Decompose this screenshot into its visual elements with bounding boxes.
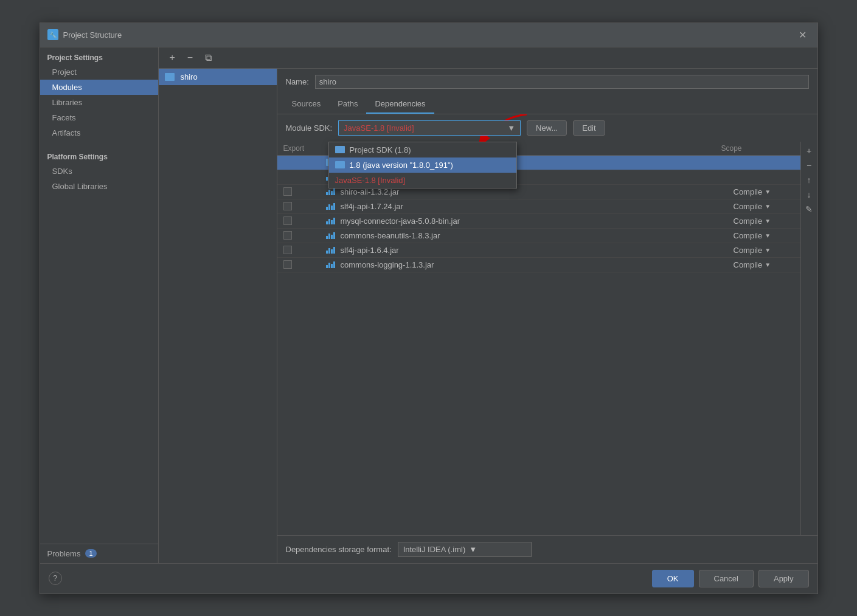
module-list: shiro [159, 69, 277, 563]
title-bar-left: 🔧 Project Structure [47, 29, 122, 40]
export-checkbox[interactable] [283, 260, 292, 269]
scope-dropdown-icon: ▼ [765, 189, 771, 195]
left-sidebar: Project Settings Project Modules Librari… [40, 47, 159, 563]
sidebar-item-libraries[interactable]: Libraries [40, 95, 158, 110]
sidebar-item-sdks[interactable]: SDKs [40, 164, 158, 179]
jar-icon [326, 231, 337, 240]
help-button[interactable]: ? [49, 572, 62, 585]
sdk-new-button[interactable]: New... [527, 120, 567, 136]
module-item-shiro[interactable]: shiro [159, 69, 277, 85]
platform-settings-header: Platform Settings [40, 147, 158, 164]
footer-buttons: OK Cancel Apply [652, 570, 809, 587]
side-buttons: + − ↑ ↓ ✎ [800, 142, 817, 535]
title-bar: 🔧 Project Structure ✕ [40, 23, 817, 47]
sdk-option-java18-label: 1.8 (java version "1.8.0_191") [350, 161, 453, 170]
jar-icon [326, 187, 337, 196]
dep-content-row: Export Scope < [277, 142, 817, 535]
export-cell [283, 187, 326, 196]
col-scope-header: Scope [721, 144, 794, 153]
export-checkbox[interactable] [283, 202, 292, 210]
sdk-dropdown[interactable]: JavaSE-1.8 [Invalid] ▼ [338, 120, 521, 136]
export-cell [283, 231, 326, 240]
tab-sources[interactable]: Sources [283, 95, 330, 114]
sdk-label: Module SDK: [286, 123, 333, 133]
remove-dep-button[interactable]: − [802, 159, 816, 172]
folder-icon-option2 [335, 161, 345, 168]
export-checkbox[interactable] [283, 187, 292, 196]
tab-paths[interactable]: Paths [329, 95, 366, 114]
problems-section[interactable]: Problems 1 [40, 544, 158, 563]
export-checkbox[interactable] [283, 216, 292, 225]
move-up-button[interactable]: ↑ [802, 173, 816, 187]
export-checkbox[interactable] [283, 246, 292, 254]
col-export-header: Export [283, 144, 326, 153]
app-icon: 🔧 [47, 29, 58, 40]
export-cell [283, 202, 326, 210]
scope-cell[interactable]: Compile ▼ [734, 216, 794, 226]
sidebar-item-modules[interactable]: Modules [40, 80, 158, 95]
scope-cell[interactable]: Compile ▼ [734, 260, 794, 269]
table-row[interactable]: commons-beanutils-1.8.3.jar Compile ▼ [277, 229, 800, 243]
tab-dependencies[interactable]: Dependencies [366, 95, 434, 114]
sdk-option-invalid-label: JavaSE-1.8 [Invalid] [335, 176, 406, 185]
scope-cell[interactable]: Compile ▼ [734, 246, 794, 255]
scope-dropdown-icon: ▼ [765, 232, 771, 239]
format-dropdown-arrow-icon: ▼ [469, 545, 477, 554]
table-row[interactable]: mysql-connector-java-5.0.8-bin.jar Compi… [277, 214, 800, 229]
top-nav-bar: + − ⧉ [159, 47, 817, 69]
export-cell [283, 260, 326, 269]
sidebar-item-artifacts[interactable]: Artifacts [40, 125, 158, 140]
export-cell [283, 216, 326, 225]
scope-dropdown-icon: ▼ [765, 203, 771, 210]
apply-button[interactable]: Apply [758, 570, 809, 587]
scope-cell[interactable]: Compile ▼ [734, 231, 794, 240]
sdk-option-project-label: Project SDK (1.8) [350, 145, 411, 154]
sdk-edit-button[interactable]: Edit [573, 120, 605, 136]
project-settings-header: Project Settings [40, 47, 158, 64]
table-row[interactable]: slf4j-api-1.6.4.jar Compile ▼ [277, 243, 800, 258]
dialog-title: Project Structure [63, 30, 122, 40]
scope-dropdown-icon: ▼ [765, 218, 771, 224]
module-item-label: shiro [181, 72, 198, 81]
sidebar-item-project[interactable]: Project [40, 64, 158, 80]
footer: ? OK Cancel Apply [40, 563, 817, 594]
add-dep-button[interactable]: + [802, 144, 816, 157]
sdk-dropdown-value: JavaSE-1.8 [Invalid] [344, 123, 414, 133]
table-row[interactable]: slf4j-api-1.7.24.jar Compile ▼ [277, 199, 800, 214]
problems-label: Problems [47, 549, 81, 558]
problems-badge: 1 [85, 549, 96, 558]
dependencies-area: Module SDK: JavaSE-1.8 [Invalid] ▼ New..… [277, 114, 817, 563]
sdk-option-invalid[interactable]: JavaSE-1.8 [Invalid] [329, 173, 516, 188]
jar-icon [326, 260, 337, 269]
edit-dep-button[interactable]: ✎ [802, 202, 816, 216]
name-label: Name: [286, 77, 309, 86]
move-down-button[interactable]: ↓ [802, 188, 816, 201]
format-value: IntelliJ IDEA (.iml) [403, 545, 466, 554]
remove-module-button[interactable]: − [184, 51, 196, 64]
format-label: Dependencies storage format: [286, 545, 392, 554]
table-row[interactable]: commons-logging-1.1.3.jar Compile ▼ [277, 258, 800, 272]
close-button[interactable]: ✕ [795, 28, 810, 42]
name-input[interactable] [315, 75, 809, 89]
sdk-dropdown-menu: Project SDK (1.8) 1.8 (java version "1.8… [328, 142, 517, 189]
sidebar-item-facets[interactable]: Facets [40, 110, 158, 125]
project-structure-dialog: 🔧 Project Structure ✕ Project Settings P… [40, 22, 818, 594]
copy-module-button[interactable]: ⧉ [201, 51, 215, 64]
add-module-button[interactable]: + [166, 51, 179, 64]
module-folder-icon [165, 73, 175, 81]
sdk-option-java18[interactable]: 1.8 (java version "1.8.0_191") [329, 157, 516, 173]
ok-button[interactable]: OK [652, 570, 694, 587]
tabs-row: Sources Paths Dependencies [277, 95, 817, 114]
scope-cell[interactable]: Compile ▼ [734, 187, 794, 196]
right-panel: Name: Sources Paths Dependencies [277, 69, 817, 563]
jar-icon [326, 246, 337, 254]
format-dropdown[interactable]: IntelliJ IDEA (.iml) ▼ [398, 542, 532, 557]
cancel-button[interactable]: Cancel [699, 570, 754, 587]
sidebar-item-global-libraries[interactable]: Global Libraries [40, 179, 158, 194]
bottom-bar: Dependencies storage format: IntelliJ ID… [277, 535, 817, 563]
dep-name-cell: slf4j-api-1.7.24.jar [341, 202, 734, 211]
scope-dropdown-icon: ▼ [765, 261, 771, 268]
export-checkbox[interactable] [283, 231, 292, 240]
scope-cell[interactable]: Compile ▼ [734, 202, 794, 211]
sdk-option-project[interactable]: Project SDK (1.8) [329, 142, 516, 157]
